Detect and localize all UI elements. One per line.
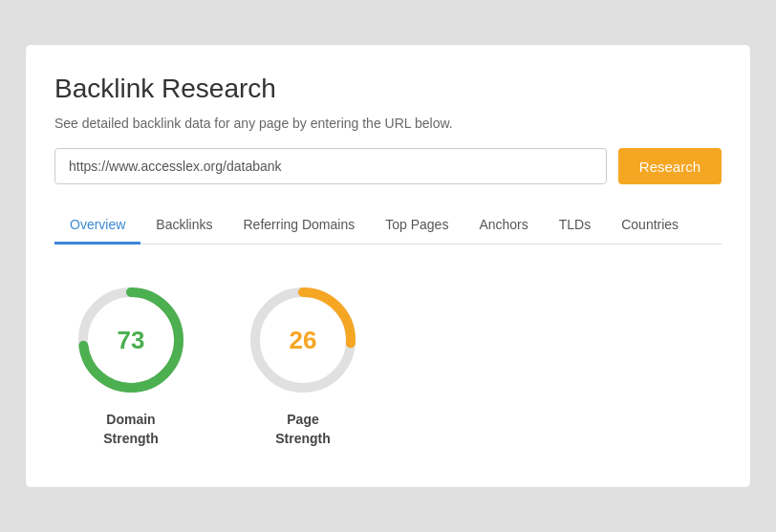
tab-tlds[interactable]: TLDs xyxy=(544,207,606,245)
url-input[interactable] xyxy=(54,148,607,184)
page-title: Backlink Research xyxy=(54,74,722,104)
tab-referring-domains[interactable]: Referring Domains xyxy=(228,207,371,245)
tab-top-pages[interactable]: Top Pages xyxy=(370,207,463,245)
search-row: Research xyxy=(54,148,722,184)
page-strength-label: Page Strength xyxy=(275,411,331,448)
domain-strength-metric: 73 Domain Strength xyxy=(74,283,188,448)
domain-strength-circle: 73 xyxy=(74,283,188,397)
tab-backlinks[interactable]: Backlinks xyxy=(140,207,227,245)
domain-strength-value: 73 xyxy=(118,326,145,355)
metrics-row: 73 Domain Strength 26 Page Strength xyxy=(54,283,722,448)
tab-anchors[interactable]: Anchors xyxy=(463,207,543,245)
main-card: Backlink Research See detailed backlink … xyxy=(25,44,751,487)
page-strength-metric: 26 Page Strength xyxy=(246,283,360,448)
domain-strength-label: Domain Strength xyxy=(103,411,159,448)
page-strength-value: 26 xyxy=(290,326,317,355)
page-strength-circle: 26 xyxy=(246,283,360,397)
tab-overview[interactable]: Overview xyxy=(54,207,140,245)
subtitle: See detailed backlink data for any page … xyxy=(54,116,722,131)
tabs-bar: Overview Backlinks Referring Domains Top… xyxy=(54,207,722,245)
research-button[interactable]: Research xyxy=(618,148,722,184)
tab-countries[interactable]: Countries xyxy=(606,207,694,245)
